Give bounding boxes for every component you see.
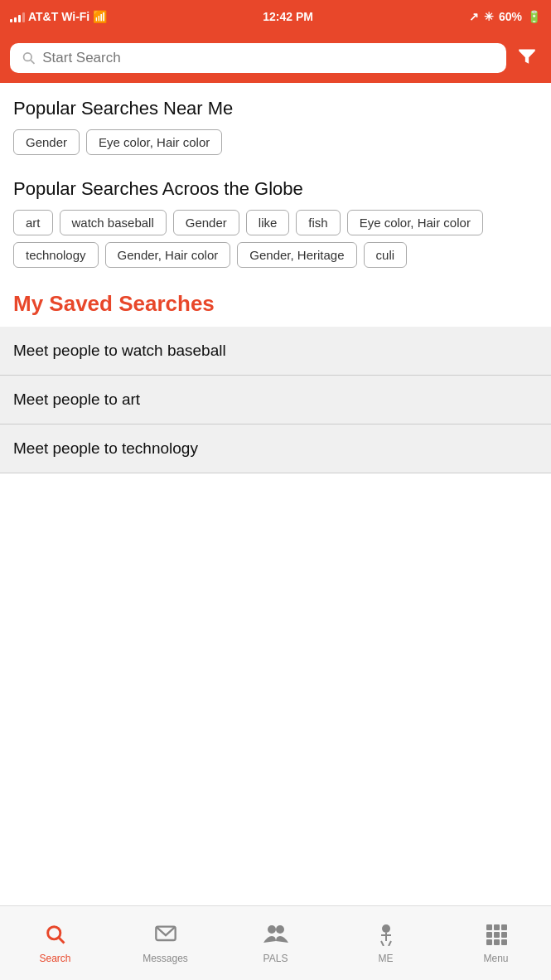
filter-icon: [516, 45, 538, 66]
signal-bars: [10, 11, 25, 22]
bluetooth-icon: ✳: [484, 10, 494, 23]
tab-bar: Search Messages PALS: [0, 905, 551, 980]
saved-item-art[interactable]: Meet people to art: [0, 376, 551, 425]
messages-tab-label: Messages: [143, 953, 188, 964]
search-tab-label: Search: [39, 953, 70, 964]
main-content: Popular Searches Near Me Gender Eye colo…: [0, 83, 551, 556]
status-bar: AT&T Wi-Fi 📶 12:42 PM ↗ ✳ 60% 🔋: [0, 0, 551, 33]
popular-near-me-section: Popular Searches Near Me Gender Eye colo…: [0, 83, 551, 163]
status-left: AT&T Wi-Fi 📶: [10, 10, 107, 23]
svg-rect-17: [501, 932, 507, 938]
tag-technology[interactable]: technology: [13, 242, 99, 268]
svg-rect-18: [486, 939, 492, 945]
tag-watch-baseball[interactable]: watch baseball: [60, 210, 167, 235]
me-tab-icon: [375, 923, 397, 949]
tag-gender-globe[interactable]: Gender: [173, 210, 239, 235]
status-time: 12:42 PM: [263, 10, 313, 23]
tag-gender-heritage[interactable]: Gender, Heritage: [237, 242, 356, 268]
pals-tab-label: PALS: [263, 953, 288, 964]
search-magnifier-icon: [22, 51, 36, 65]
tab-search[interactable]: Search: [0, 906, 110, 980]
svg-line-3: [59, 938, 64, 943]
svg-rect-15: [486, 932, 492, 938]
tag-gender-near[interactable]: Gender: [13, 129, 80, 155]
battery-label: 60%: [499, 10, 522, 23]
svg-point-7: [382, 924, 390, 933]
svg-point-2: [47, 926, 60, 939]
svg-rect-12: [486, 924, 492, 930]
popular-near-me-tags: Gender Eye color, Hair color: [0, 129, 551, 163]
popular-globe-section: Popular Searches Acroos the Globe art wa…: [0, 163, 551, 276]
tag-eyecolor-globe[interactable]: Eye color, Hair color: [347, 210, 483, 235]
svg-line-10: [381, 941, 384, 946]
location-icon: ↗: [469, 10, 479, 23]
svg-point-0: [24, 53, 31, 61]
svg-rect-16: [494, 932, 500, 938]
svg-line-1: [31, 61, 34, 64]
menu-tab-label: Menu: [483, 953, 508, 964]
tab-pals[interactable]: PALS: [220, 906, 331, 980]
tag-culi[interactable]: culi: [364, 242, 408, 268]
svg-point-5: [268, 925, 276, 934]
tag-art[interactable]: art: [13, 210, 53, 235]
tag-eyecolor-near[interactable]: Eye color, Hair color: [86, 129, 222, 155]
saved-searches-section: My Saved Searches Meet people to watch b…: [0, 276, 551, 473]
wifi-icon: 📶: [93, 10, 107, 23]
messages-tab-icon: [154, 923, 177, 949]
svg-rect-19: [494, 939, 500, 945]
menu-tab-icon: [485, 923, 508, 949]
saved-searches-list: Meet people to watch baseball Meet peopl…: [0, 327, 551, 473]
filter-button[interactable]: [513, 41, 541, 75]
svg-rect-13: [494, 924, 500, 930]
popular-near-me-title: Popular Searches Near Me: [0, 83, 551, 129]
tag-gender-hair[interactable]: Gender, Hair color: [105, 242, 231, 268]
popular-globe-title: Popular Searches Acroos the Globe: [0, 163, 551, 210]
status-right: ↗ ✳ 60% 🔋: [469, 10, 541, 23]
search-input[interactable]: [42, 50, 495, 66]
tag-fish[interactable]: fish: [296, 210, 340, 235]
saved-item-baseball[interactable]: Meet people to watch baseball: [0, 327, 551, 376]
saved-item-technology[interactable]: Meet people to technology: [0, 425, 551, 473]
svg-rect-14: [501, 924, 507, 930]
search-tab-icon: [44, 923, 67, 949]
popular-globe-tags: art watch baseball Gender like fish Eye …: [0, 210, 551, 276]
search-input-wrap[interactable]: [10, 43, 506, 73]
tab-messages[interactable]: Messages: [110, 906, 220, 980]
svg-line-11: [389, 941, 391, 946]
tab-menu[interactable]: Menu: [441, 906, 551, 980]
svg-point-6: [276, 925, 284, 934]
me-tab-label: ME: [379, 953, 394, 964]
battery-icon: 🔋: [527, 10, 541, 23]
tag-like[interactable]: like: [246, 210, 290, 235]
svg-rect-20: [501, 939, 507, 945]
saved-searches-title: My Saved Searches: [0, 276, 551, 327]
pals-tab-icon: [263, 923, 288, 949]
tab-me[interactable]: ME: [331, 906, 441, 980]
carrier-label: AT&T Wi-Fi: [28, 10, 89, 23]
search-bar-container: [0, 33, 551, 83]
